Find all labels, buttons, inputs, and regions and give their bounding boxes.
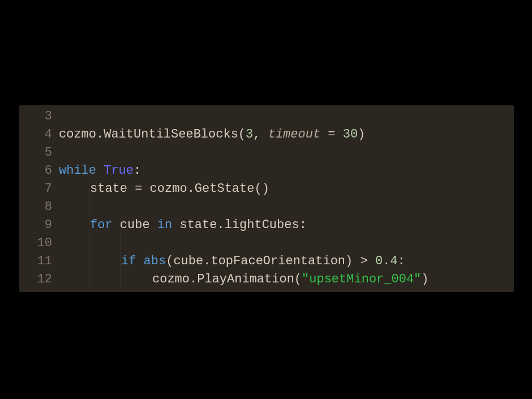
code-line[interactable]: [59, 289, 514, 292]
token-punct: ): [421, 272, 428, 286]
token-ident: cube: [113, 218, 157, 232]
code-text: [59, 236, 121, 250]
token-kw: for: [90, 218, 113, 232]
token-kw: if: [121, 254, 136, 268]
line-number: 10: [19, 234, 52, 252]
code-text: [59, 200, 90, 214]
token-punct: :: [134, 164, 141, 178]
line-number: 12: [19, 271, 52, 289]
token-ident: topFaceOrientation: [211, 254, 345, 268]
token-bool: True: [104, 164, 134, 178]
token-punct: ,: [253, 127, 268, 141]
code-text: cozmo.WaitUntilSeeBlocks(3, timeout = 30…: [59, 127, 365, 141]
code-area[interactable]: cozmo.WaitUntilSeeBlocks(3, timeout = 30…: [59, 105, 514, 292]
token-ident: GetState: [195, 182, 255, 196]
token-op: =: [320, 127, 343, 141]
token-punct: (: [238, 127, 246, 141]
code-text: for cube in state.lightCubes:: [59, 218, 307, 232]
line-number: 13: [19, 289, 52, 292]
token-ident: state: [90, 182, 135, 196]
token-punct: .: [96, 127, 104, 141]
token-punct: .: [217, 218, 224, 232]
code-text: if abs(cube.topFaceOrientation) > 0.4:: [59, 254, 405, 268]
code-line[interactable]: if abs(cube.topFaceOrientation) > 0.4:: [59, 252, 514, 271]
line-number: 4: [19, 126, 52, 144]
token-punct: ): [345, 254, 353, 268]
code-line[interactable]: [59, 234, 514, 252]
code-line[interactable]: cozmo.WaitUntilSeeBlocks(3, timeout = 30…: [59, 126, 514, 144]
line-number-gutter: 345678910111213: [19, 105, 59, 292]
code-text: while True:: [59, 164, 141, 178]
token-ident: cozmo: [142, 182, 187, 196]
token-ident: cozmo: [59, 127, 96, 141]
code-line[interactable]: for cube in state.lightCubes:: [59, 216, 514, 234]
token-punct: :: [398, 254, 405, 268]
code-line[interactable]: state = cozmo.GetState(): [59, 180, 514, 198]
code-line[interactable]: while True:: [59, 162, 514, 180]
line-number: 6: [19, 162, 52, 180]
token-ident: lightCubes: [225, 218, 299, 232]
token-ident: [136, 254, 143, 268]
token-punct: (: [166, 254, 173, 268]
token-ident: [96, 164, 104, 178]
token-param: timeout: [268, 127, 320, 141]
line-number: 9: [19, 216, 52, 234]
token-ident: PlayAnimation: [197, 272, 294, 286]
token-op: >: [353, 254, 375, 268]
token-punct: :: [299, 218, 307, 232]
line-number: 3: [19, 108, 52, 126]
line-number: 7: [19, 180, 52, 198]
token-ident: cube: [173, 254, 203, 268]
token-num: 30: [343, 127, 358, 141]
code-line[interactable]: [59, 144, 514, 162]
code-line[interactable]: cozmo.PlayAnimation("upsetMinor_004"): [59, 271, 514, 289]
line-number: 11: [19, 252, 52, 271]
code-text: state = cozmo.GetState(): [59, 182, 269, 196]
token-punct: (: [294, 272, 302, 286]
token-kw: while: [59, 164, 96, 178]
token-punct: (): [254, 182, 269, 196]
token-num: 3: [246, 127, 253, 141]
token-kw: in: [157, 218, 172, 232]
token-op: =: [135, 182, 142, 196]
code-editor[interactable]: 345678910111213 cozmo.WaitUntilSeeBlocks…: [19, 105, 514, 292]
line-number: 5: [19, 144, 52, 162]
token-ident: WaitUntilSeeBlocks: [104, 127, 238, 141]
code-text: cozmo.PlayAnimation("upsetMinor_004"): [59, 272, 429, 286]
token-punct: ): [358, 127, 365, 141]
token-str: "upsetMinor_004": [302, 272, 421, 286]
token-num: 0.4: [375, 254, 398, 268]
token-ident: cozmo: [152, 272, 190, 286]
token-punct: .: [203, 254, 211, 268]
code-line[interactable]: [59, 198, 514, 216]
code-line[interactable]: [59, 108, 514, 126]
token-builtin: abs: [144, 254, 166, 268]
token-punct: .: [190, 272, 197, 286]
token-punct: .: [187, 182, 195, 196]
line-number: 8: [19, 198, 52, 216]
token-ident: state: [172, 218, 217, 232]
